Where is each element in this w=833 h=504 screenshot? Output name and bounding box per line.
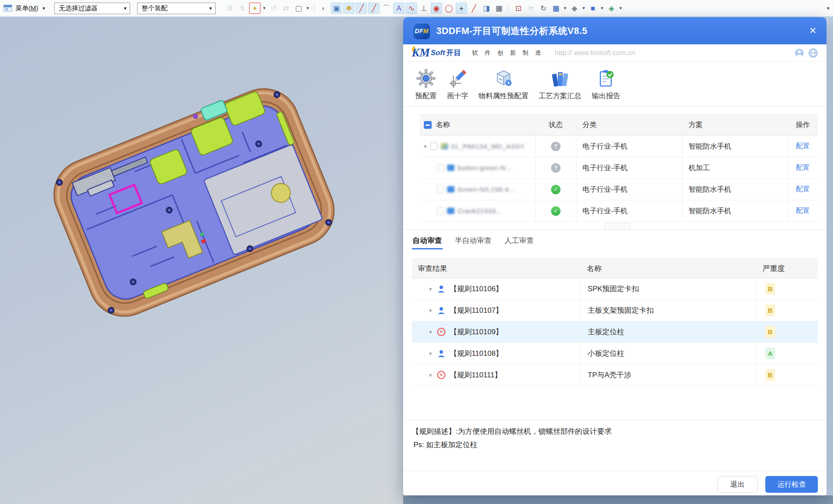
configure-link[interactable]: 配置	[788, 142, 818, 151]
tab-auto-review[interactable]: 自动审查	[412, 231, 443, 250]
text-curve-icon[interactable]: A	[393, 3, 404, 14]
refresh-fit-icon[interactable]: ↻	[538, 3, 549, 14]
configure-link[interactable]: 配置	[788, 163, 818, 172]
ellipse-icon[interactable]: ◯	[443, 3, 454, 14]
draw-cross-label: 画十字	[447, 91, 469, 101]
point-plus-icon[interactable]: +	[456, 3, 467, 14]
brand-url: http:// www.kmsoft.com.cn	[555, 49, 635, 57]
col-status: 状态	[536, 115, 576, 136]
move-component-icon[interactable]: ⇄	[280, 3, 291, 14]
status-pass-icon: ✓	[551, 185, 561, 194]
selection-filter-dropdown[interactable]: 无选择过滤器 ▼	[54, 3, 130, 14]
arc-hook-icon[interactable]: ⌒	[381, 3, 392, 14]
selection-filter-caret-icon: ▼	[123, 6, 128, 11]
row-checkbox[interactable]	[437, 207, 444, 215]
row-checkbox[interactable]	[430, 143, 438, 150]
row-checkbox[interactable]	[437, 186, 444, 193]
pattern-move-icon[interactable]: ❖	[343, 3, 354, 14]
rule-id[interactable]: 【规则110108】	[450, 348, 503, 358]
error-icon: ✕	[437, 328, 445, 336]
books-stack-icon	[550, 68, 570, 88]
expand-arrow-icon[interactable]: ▼	[423, 144, 428, 149]
part-name: Crank22333...	[457, 207, 502, 215]
plan-cell: 智能防水手机	[683, 200, 788, 222]
collapse-handle[interactable]	[604, 223, 630, 230]
expand-arrow-icon[interactable]: ▼	[428, 286, 433, 292]
configure-link[interactable]: 配置	[788, 206, 818, 215]
render-style-icon[interactable]: ◆	[569, 3, 580, 14]
col-category: 分类	[576, 115, 683, 136]
snap-point-filter-icon-caret[interactable]: ▼	[262, 6, 266, 10]
cube-view-icon[interactable]: ▣	[331, 3, 342, 14]
output-report-button[interactable]: 输出报告	[592, 68, 620, 101]
person-icon	[437, 350, 445, 358]
configure-link[interactable]: 配置	[788, 185, 818, 194]
process-summary-button[interactable]: 工艺方案汇总	[539, 68, 582, 101]
studio-spline-icon[interactable]: ∿	[406, 3, 417, 14]
help-globe-icon[interactable]	[808, 48, 818, 58]
toolbar-overflow-caret-icon[interactable]: ▼	[826, 6, 830, 11]
rule-id[interactable]: 【规则110111】	[450, 370, 502, 380]
marquee-select-icon[interactable]: ▢	[293, 3, 304, 14]
marquee-select-icon-caret[interactable]: ▼	[306, 6, 310, 10]
material-preconfig-button[interactable]: 物料属性预配置	[479, 68, 529, 101]
expand-arrow-icon[interactable]: ▼	[428, 308, 433, 313]
zoom-window-icon[interactable]: ⊡	[513, 3, 524, 14]
exit-button[interactable]: 退出	[717, 476, 758, 493]
rule-id[interactable]: 【规则110109】	[450, 327, 503, 337]
menu-caret-icon[interactable]: ▼	[42, 6, 46, 11]
select-all-checkbox[interactable]	[424, 121, 432, 129]
preconfig-button[interactable]: 预配置	[415, 68, 437, 101]
run-check-button[interactable]: 运行检查	[765, 476, 818, 493]
assembly-row: button-green-N... ? 电子行业-手机 机加工 配置	[420, 157, 818, 179]
dialog-title: 3DDFM-开目可制造性分析系统V8.5	[436, 25, 587, 37]
rule-id[interactable]: 【规则110106】	[450, 284, 503, 294]
part-name: Green-N/L158-4...	[457, 186, 515, 193]
solid-cube-icon[interactable]: ■	[587, 3, 598, 14]
toolbar-separator	[508, 3, 509, 13]
tab-semiauto-review[interactable]: 半自动审查	[454, 231, 492, 250]
assembly-name: 01_PA6134_MD_ASSY	[451, 143, 525, 150]
profile-line-icon[interactable]: ╱	[356, 3, 367, 14]
tab-manual-review[interactable]: 人工审查	[504, 231, 535, 250]
col-rule-name: 名称	[581, 259, 757, 278]
dialog-header: DFM 3DDFM-开目可制造性分析系统V8.5 ×	[403, 17, 827, 44]
expand-arrow-icon[interactable]: ▼	[428, 373, 433, 378]
circle-center-icon[interactable]: ◉	[431, 3, 442, 14]
assembly-gears-icon[interactable]: ⚙	[224, 3, 235, 14]
mesh-grid-icon[interactable]: ▦	[493, 3, 504, 14]
window-layout-icon-caret[interactable]: ▼	[563, 6, 567, 10]
solid-cube-icon-caret[interactable]: ▼	[600, 6, 604, 10]
app-icon	[3, 5, 12, 12]
process-summary-label: 工艺方案汇总	[539, 91, 582, 101]
reorient-icon[interactable]: ↺	[268, 3, 279, 14]
analysis-shapes-icon[interactable]: ◈	[606, 3, 617, 14]
user-account-icon[interactable]	[795, 48, 804, 58]
draw-cross-button[interactable]: 画十字	[447, 68, 469, 101]
row-checkbox[interactable]	[437, 164, 444, 171]
action-toolbar: 预配置 画十字	[403, 62, 827, 106]
assembly-row: Crank22333... ✓ 电子行业-手机 智能防水手机 配置	[420, 200, 818, 222]
render-style-icon-caret[interactable]: ▼	[582, 6, 586, 10]
menu-button[interactable]: 菜单(M)	[16, 4, 38, 12]
component-wrench-icon[interactable]: ↯	[237, 3, 248, 14]
close-icon[interactable]: ×	[809, 25, 816, 37]
sphere-tool-icon[interactable]: ◐	[318, 3, 329, 14]
sketch-line-icon[interactable]: ╱	[468, 3, 479, 14]
review-results-table: 审查结果 名称 严重度 ▼ ✕ 【规则110106】 SPK预固定卡扣 B ▼ …	[412, 258, 818, 386]
analysis-shapes-icon-caret[interactable]: ▼	[619, 6, 623, 10]
rule-id[interactable]: 【规则110107】	[450, 305, 503, 315]
datum-axis-icon[interactable]: ⊥	[418, 3, 429, 14]
col-name: 名称	[436, 120, 450, 130]
face-tool-icon[interactable]: ◨	[481, 3, 492, 14]
snap-point-filter-icon[interactable]: ⌖	[249, 3, 260, 14]
rule-name: 主板定位柱	[581, 321, 757, 343]
line-tool-icon[interactable]: ╱	[368, 3, 379, 14]
window-layout-icon[interactable]: ▦	[550, 3, 561, 14]
select-region-icon[interactable]: ☞	[525, 3, 536, 14]
rule-name: SPK预固定卡扣	[581, 278, 757, 300]
selection-scope-dropdown[interactable]: 整个装配 ▼	[137, 3, 216, 14]
severity-badge: A	[765, 348, 775, 359]
expand-arrow-icon[interactable]: ▼	[428, 330, 433, 335]
expand-arrow-icon[interactable]: ▼	[428, 351, 433, 356]
